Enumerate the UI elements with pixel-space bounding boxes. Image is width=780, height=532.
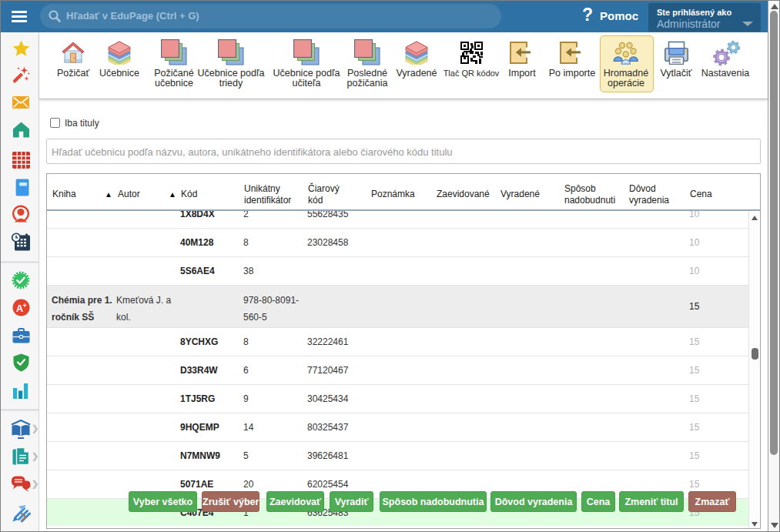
svg-text:+: + (23, 302, 27, 309)
